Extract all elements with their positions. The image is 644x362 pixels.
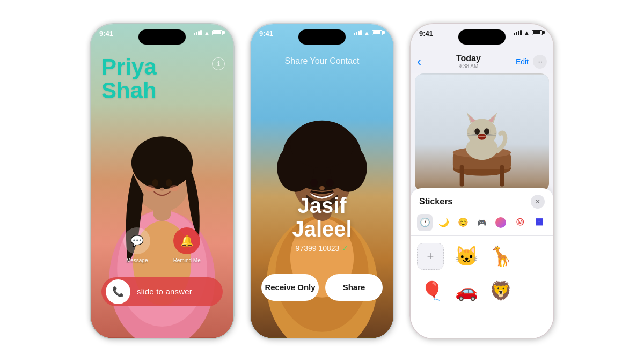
phone-2: 9:41 ▲ Share Your Contact Jasif Jaleel 9… <box>250 23 394 339</box>
contact-name-line2: Jaleel <box>251 217 393 241</box>
contact-buttons: Receive Only Share <box>261 274 383 301</box>
phone1-status-icons: ▲ <box>194 29 225 36</box>
slide-to-answer-bar[interactable]: 📞 slide to answer <box>101 277 223 306</box>
sticker-tab-emoji[interactable]: 😊 <box>455 214 471 231</box>
battery-icon <box>212 30 225 35</box>
message-icon: 💬 <box>123 227 150 254</box>
wifi-icon-2: ▲ <box>364 29 370 36</box>
m-icon: Ⓜ <box>516 218 524 227</box>
stickers-header: Stickers ✕ <box>411 195 553 209</box>
cat-photo <box>415 73 549 191</box>
share-title: Share Your Contact <box>251 56 393 66</box>
edit-button[interactable]: Edit <box>516 57 529 66</box>
signal-icon <box>194 30 202 35</box>
stickers-title: Stickers <box>419 197 452 206</box>
slide-text: slide to answer <box>137 287 192 296</box>
game-icon: 🎮 <box>477 218 486 227</box>
svg-point-9 <box>160 187 164 190</box>
p-icon: 🅿 <box>536 218 543 226</box>
svg-rect-30 <box>500 165 504 186</box>
svg-point-7 <box>152 179 158 187</box>
dynamic-island <box>138 29 186 45</box>
header-right-actions: Edit ··· <box>516 55 547 69</box>
sticker-grid-row2: 🎈 🚗 🦁 <box>411 271 553 306</box>
verified-icon: ✓ <box>342 244 348 253</box>
svg-point-37 <box>474 128 480 135</box>
svg-point-8 <box>166 179 172 187</box>
share-button[interactable]: Share <box>325 274 383 301</box>
sticker-tab-p[interactable]: 🅿 <box>531 214 547 231</box>
stickers-close-button[interactable]: ✕ <box>531 195 545 209</box>
svg-point-22 <box>310 179 318 187</box>
stickers-panel: Stickers ✕ 🕐 🌙 😊 🎮 Ⓜ 🅿 <box>411 188 553 338</box>
info-button[interactable]: ℹ <box>212 57 225 70</box>
contact-phone: 97399 10823 ✓ <box>251 244 393 253</box>
battery-icon-3 <box>532 30 545 35</box>
receive-only-button[interactable]: Receive Only <box>261 274 319 301</box>
sticker-balloon[interactable]: 🎈 <box>417 276 447 306</box>
sticker-tab-moon[interactable]: 🌙 <box>436 214 451 231</box>
sticker-empty-3 <box>520 276 550 306</box>
sticker-tab-m[interactable]: Ⓜ <box>512 214 528 231</box>
phone-2-screen: 9:41 ▲ Share Your Contact Jasif Jaleel 9… <box>251 24 393 338</box>
contact-name-line1: Jasif <box>251 194 393 217</box>
svg-point-23 <box>326 179 334 187</box>
sticker-tab-game[interactable]: 🎮 <box>474 214 489 231</box>
sticker-tab-swirl[interactable] <box>493 214 509 231</box>
phone-1: 9:41 ▲ ℹ Priya Shah 💬 <box>90 23 235 339</box>
phone-1-screen: 9:41 ▲ ℹ Priya Shah 💬 <box>91 24 233 338</box>
contact-name-block: Jasif Jaleel 97399 10823 ✓ <box>251 194 393 253</box>
wifi-icon: ▲ <box>204 29 210 36</box>
back-button[interactable]: ‹ <box>417 54 421 69</box>
messages-header: ‹ Today 9:38 AM Edit ··· <box>411 50 553 73</box>
phone-3: 9:41 ▲ ‹ <box>409 23 554 339</box>
cat-photo-svg <box>415 73 549 191</box>
phone2-status-icons: ▲ <box>354 29 385 36</box>
sticker-tab-recent[interactable]: 🕐 <box>417 214 433 231</box>
call-actions: 💬 Message 🔔 Remind Me <box>91 227 233 263</box>
more-button[interactable]: ··· <box>533 55 547 69</box>
phone-number: 97399 10823 <box>296 244 340 253</box>
svg-point-21 <box>290 120 354 168</box>
add-sticker-button[interactable]: + <box>417 243 444 270</box>
phone3-status-icons: ▲ <box>514 29 545 36</box>
sticker-giraffe[interactable]: 🦒 <box>486 241 516 271</box>
sticker-empty-1 <box>520 241 550 271</box>
message-action[interactable]: 💬 Message <box>123 227 150 263</box>
phone-3-screen: 9:41 ▲ ‹ <box>411 24 553 338</box>
sticker-car[interactable]: 🚗 <box>451 276 481 306</box>
svg-point-10 <box>145 184 155 191</box>
emoji-icon: 😊 <box>458 217 469 227</box>
signal-icon-2 <box>354 30 362 35</box>
svg-rect-29 <box>460 165 464 186</box>
svg-point-38 <box>484 128 489 135</box>
svg-point-24 <box>319 186 325 190</box>
message-symbol: 💬 <box>130 234 144 247</box>
phone1-time: 9:41 <box>99 29 113 38</box>
moon-icon: 🌙 <box>438 217 449 227</box>
phone2-time: 9:41 <box>259 29 273 38</box>
phone3-background: 9:41 ▲ ‹ <box>411 24 553 338</box>
slide-handle: 📞 <box>106 279 130 304</box>
dynamic-island-3 <box>458 29 506 45</box>
remind-me-action[interactable]: 🔔 Remind Me <box>173 227 201 263</box>
svg-point-39 <box>478 133 486 139</box>
battery-icon-2 <box>372 30 385 35</box>
svg-point-32 <box>467 119 496 146</box>
sticker-grid-row1: + 🐱 🦒 <box>411 241 553 271</box>
header-title: Today <box>456 54 481 63</box>
sticker-cat[interactable]: 🐱 <box>451 241 481 271</box>
remind-symbol: 🔔 <box>180 234 194 247</box>
remind-label: Remind Me <box>173 257 201 263</box>
phone3-time: 9:41 <box>419 29 433 38</box>
header-center: Today 9:38 AM <box>456 54 481 69</box>
sticker-tabs: 🕐 🌙 😊 🎮 Ⓜ 🅿 <box>411 214 553 236</box>
svg-point-11 <box>170 184 179 191</box>
clock-icon: 🕐 <box>420 217 430 227</box>
wifi-icon-3: ▲ <box>524 29 530 36</box>
signal-icon-3 <box>514 30 522 35</box>
sticker-lion[interactable]: 🦁 <box>486 276 516 306</box>
dynamic-island-2 <box>298 29 346 45</box>
svg-point-6 <box>131 136 193 189</box>
message-label: Message <box>126 257 148 263</box>
